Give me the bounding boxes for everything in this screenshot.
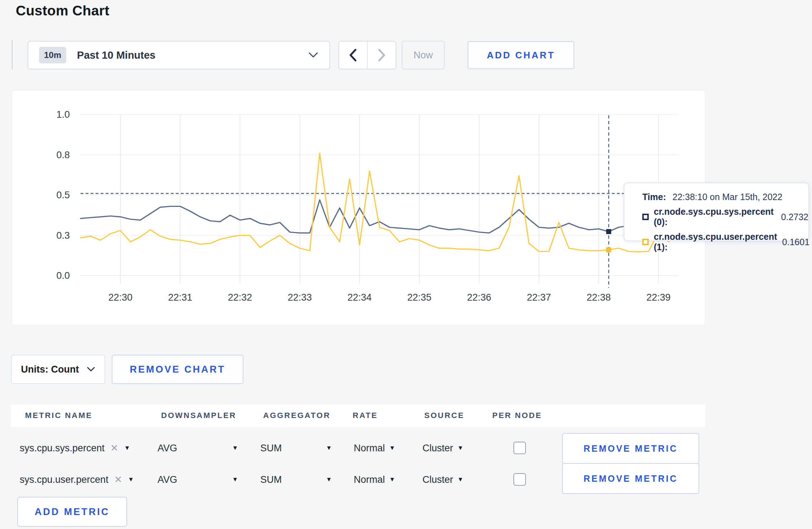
dropdown-arrow-icon: ▼ <box>389 476 395 483</box>
time-nav-group <box>338 41 396 69</box>
downsampler-value: AVG <box>158 443 177 454</box>
chevron-right-icon <box>377 48 386 62</box>
user-series-swatch-icon <box>642 239 649 245</box>
dropdown-arrow-icon: ▼ <box>232 476 238 483</box>
tooltip-metric-value: 0.1601 <box>782 237 809 247</box>
series-line-user <box>81 153 678 252</box>
chart-tooltip: Time: 22:38:10 on Mar 15th, 2022 cr.node… <box>624 183 809 241</box>
downsampler-select[interactable]: AVG ▼ <box>158 432 238 464</box>
time-range-badge: 10m <box>39 47 66 63</box>
metric-name-select[interactable]: sys.cpu.user.percent ✕ ▼ <box>20 464 134 495</box>
x-axis-tick-label: 22:31 <box>168 292 193 303</box>
rate-select[interactable]: Normal ▼ <box>354 464 395 495</box>
column-header-aggregator: AGGREGATOR <box>263 411 330 420</box>
rate-value: Normal <box>354 443 385 454</box>
per-node-checkbox[interactable] <box>513 473 526 486</box>
dropdown-arrow-icon: ▼ <box>458 476 464 483</box>
rate-select[interactable]: Normal ▼ <box>354 432 395 464</box>
source-value: Cluster <box>422 443 453 454</box>
source-select[interactable]: Cluster ▼ <box>422 464 463 495</box>
y-axis-tick-label: 0.0 <box>56 270 70 281</box>
source-value: Cluster <box>422 474 453 485</box>
downsampler-select[interactable]: AVG ▼ <box>158 464 238 495</box>
source-select[interactable]: Cluster ▼ <box>422 432 463 464</box>
dropdown-arrow-icon: ▼ <box>389 445 395 452</box>
aggregator-select[interactable]: SUM ▼ <box>260 432 332 464</box>
tooltip-metric-label: cr.node.sys.cpu.user.percent (1): <box>654 232 777 252</box>
remove-metric-button[interactable]: REMOVE METRIC <box>562 433 699 464</box>
clear-metric-icon[interactable]: ✕ <box>114 474 122 485</box>
x-axis-tick-label: 22:34 <box>348 292 372 303</box>
x-axis-tick-label: 22:32 <box>228 292 252 303</box>
tooltip-time-label: Time: <box>642 192 666 202</box>
hover-point-marker <box>606 229 611 234</box>
dropdown-arrow-icon: ▼ <box>124 445 130 452</box>
rate-value: Normal <box>354 474 385 485</box>
toolbar-left-divider <box>12 40 13 69</box>
chevron-left-icon <box>348 48 358 62</box>
clear-metric-icon[interactable]: ✕ <box>110 442 119 454</box>
sys-series-swatch-icon <box>642 214 649 220</box>
remove-metric-button[interactable]: REMOVE METRIC <box>562 463 699 494</box>
dropdown-arrow-icon: ▼ <box>458 445 464 452</box>
x-axis-tick-label: 22:37 <box>527 292 551 303</box>
chevron-down-icon <box>87 367 95 372</box>
time-range-label: Past 10 Minutes <box>77 49 155 61</box>
x-axis-tick-label: 22:33 <box>288 292 312 303</box>
tooltip-time-value: 22:38:10 on Mar 15th, 2022 <box>672 192 782 202</box>
y-axis-tick-label: 1.0 <box>56 109 70 120</box>
time-forward-button[interactable] <box>367 42 396 69</box>
metrics-table-header: METRIC NAME DOWNSAMPLER AGGREGATOR RATE … <box>11 405 705 427</box>
y-axis-tick-label: 0.5 <box>56 190 70 200</box>
add-metric-button[interactable]: ADD METRIC <box>17 497 127 527</box>
dropdown-arrow-icon: ▼ <box>326 476 332 483</box>
x-axis-tick-label: 22:30 <box>108 292 133 303</box>
tooltip-time-row: Time: 22:38:10 on Mar 15th, 2022 <box>642 192 808 202</box>
dropdown-arrow-icon: ▼ <box>232 445 238 452</box>
aggregator-select[interactable]: SUM ▼ <box>260 464 332 495</box>
aggregator-value: SUM <box>260 443 282 454</box>
tooltip-metric-label: cr.node.sys.cpu.sys.percent (0): <box>654 207 776 227</box>
x-axis-tick-label: 22:36 <box>467 292 492 303</box>
metric-name-value: sys.cpu.sys.percent <box>20 443 105 454</box>
x-axis-tick-label: 22:38 <box>587 292 611 303</box>
aggregator-value: SUM <box>260 474 282 485</box>
y-axis-tick-label: 0.3 <box>56 230 70 241</box>
units-label: Units: Count <box>21 364 79 375</box>
timeseries-chart[interactable]: 0.00.30.50.81.022:3022:3122:3222:3322:34… <box>12 90 706 326</box>
page-title: Custom Chart <box>16 3 109 19</box>
column-header-source: SOURCE <box>424 411 464 420</box>
dropdown-arrow-icon: ▼ <box>128 476 134 483</box>
time-range-select[interactable]: 10m Past 10 Minutes <box>28 41 330 69</box>
column-header-metric-name: METRIC NAME <box>25 411 92 420</box>
tooltip-series-row: cr.node.sys.cpu.sys.percent (0): 0.2732 <box>642 207 808 227</box>
x-axis-tick-label: 22:39 <box>647 292 671 303</box>
chart-panel: 0.00.30.50.81.022:3022:3122:3222:3322:34… <box>11 90 705 326</box>
downsampler-value: AVG <box>158 474 177 485</box>
column-header-rate: RATE <box>353 411 378 420</box>
series-line-sys <box>81 200 678 233</box>
chevron-down-icon <box>308 52 319 59</box>
per-node-checkbox[interactable] <box>513 442 526 454</box>
y-axis-tick-label: 0.8 <box>56 150 70 160</box>
hover-point-marker <box>606 247 611 252</box>
now-button[interactable]: Now <box>402 41 445 69</box>
remove-chart-button[interactable]: REMOVE CHART <box>112 355 243 384</box>
dropdown-arrow-icon: ▼ <box>326 445 332 452</box>
column-header-downsampler: DOWNSAMPLER <box>161 411 236 420</box>
add-chart-button[interactable]: ADD CHART <box>468 41 574 69</box>
x-axis-tick-label: 22:35 <box>407 292 432 303</box>
tooltip-series-row: cr.node.sys.cpu.user.percent (1): 0.1601 <box>642 232 808 252</box>
units-select[interactable]: Units: Count <box>11 355 105 384</box>
tooltip-metric-value: 0.2732 <box>781 212 808 222</box>
metric-name-select[interactable]: sys.cpu.sys.percent ✕ ▼ <box>20 432 130 464</box>
time-back-button[interactable] <box>339 42 367 69</box>
metric-name-value: sys.cpu.user.percent <box>20 474 108 485</box>
column-header-per-node: PER NODE <box>492 411 542 420</box>
